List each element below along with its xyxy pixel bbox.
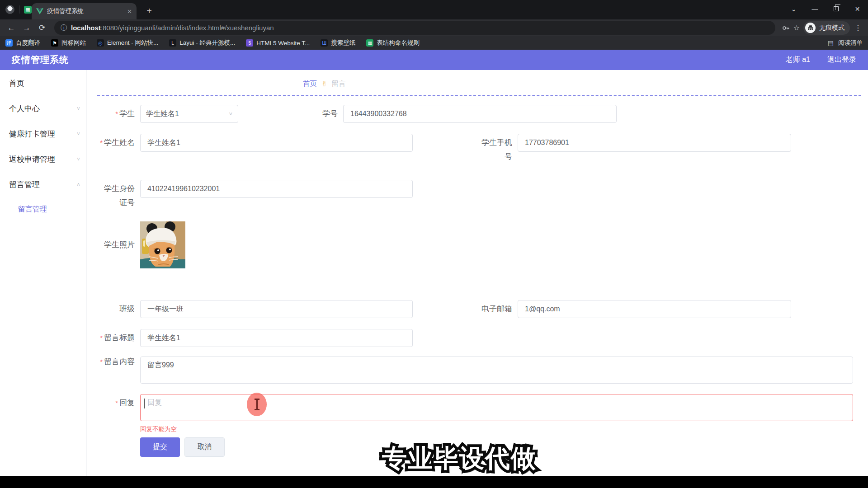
email-input[interactable] <box>518 300 791 318</box>
message-title-input[interactable] <box>140 329 413 347</box>
student-name-input[interactable] <box>140 134 413 152</box>
letterbox-bar <box>0 476 868 488</box>
field-label-student-no: 学号 <box>322 109 338 118</box>
student-idcard-input[interactable] <box>140 180 413 198</box>
pinned-extension-icon[interactable]: ▦ <box>24 6 32 14</box>
browser-tab[interactable]: 疫情管理系统 ✕ <box>32 3 137 19</box>
submit-button[interactable]: 提交 <box>140 437 180 457</box>
browser-window: ▦ 疫情管理系统 ✕ + ⌄ — ✕ ← → ⟳ ⓘ localhost:808… <box>0 0 868 488</box>
message-content-textarea[interactable]: 留言999 <box>140 357 853 384</box>
bookmark-favicon: L <box>169 39 176 47</box>
incognito-badge: 无痕模式 <box>803 21 850 35</box>
breadcrumb-separator-hand-icon: ✌ <box>321 80 327 88</box>
breadcrumb-current: 留言 <box>332 79 346 89</box>
sidebar-item-health-checkin[interactable]: 健康打卡管理 ˅ <box>0 122 86 147</box>
field-label-message-content: 留言内容 <box>104 357 135 366</box>
mouse-cursor-indicator <box>247 393 267 416</box>
bookmark-item[interactable]: ▦ 表结构命名规则 <box>366 39 420 47</box>
browser-menu-icon[interactable]: ⋮ <box>854 23 863 32</box>
field-label-class: 班级 <box>119 305 135 313</box>
field-label-email: 电子邮箱 <box>481 305 512 313</box>
forward-button[interactable]: → <box>21 23 33 33</box>
back-button[interactable]: ← <box>5 23 17 33</box>
student-phone-input[interactable] <box>518 134 791 152</box>
reading-list-icon[interactable]: ▤ <box>828 39 834 47</box>
incognito-label: 无痕模式 <box>819 24 844 32</box>
close-window-button[interactable]: ✕ <box>847 5 868 13</box>
tab-title: 疫情管理系统 <box>47 7 123 15</box>
incognito-icon <box>805 23 816 33</box>
divider <box>823 39 823 47</box>
bookmark-item[interactable]: ◎ Element - 网站快... <box>97 39 158 47</box>
restore-button[interactable] <box>826 5 847 13</box>
student-select[interactable]: 学生姓名1 ˅ <box>140 105 238 123</box>
address-bar[interactable]: ⓘ localhost:8080/yiqingguanli/admin/dist… <box>54 21 775 35</box>
bookmark-favicon: Ш <box>321 39 328 47</box>
vue-logo-icon <box>36 8 43 14</box>
bookmark-star-icon[interactable]: ☆ <box>793 23 800 32</box>
class-input[interactable] <box>140 300 413 318</box>
bookmark-item[interactable]: 5 HTML5 Website T... <box>246 39 310 47</box>
bookmark-item[interactable]: Ш 搜索壁纸 <box>321 39 355 47</box>
text-caret <box>144 399 145 408</box>
chevron-down-icon: ˅ <box>77 147 80 172</box>
bookmark-item[interactable]: 译 百度翻译 <box>5 39 40 47</box>
reply-error-message: 回复不能为空 <box>140 425 868 433</box>
field-label-reply: 回复 <box>119 399 135 407</box>
bookmark-favicon: ⚑ <box>51 39 58 47</box>
field-label-student-phone: 学生手机 <box>481 138 512 147</box>
minimize-button[interactable]: — <box>804 5 826 13</box>
chevron-down-icon: ˅ <box>229 111 232 117</box>
field-label-student-idcard: 学生身份 <box>104 184 135 193</box>
sidebar-item-message-management[interactable]: 留言管理 ˄ <box>0 172 86 197</box>
sidebar-item-personal-center[interactable]: 个人中心 ˅ <box>0 96 86 122</box>
bookmark-item[interactable]: L Layui - 经典开源模... <box>169 39 235 47</box>
field-label-student-name: 学生姓名 <box>104 138 135 147</box>
browser-profile-icon[interactable] <box>5 5 14 14</box>
bookmarks-bar: 译 百度翻译 ⚑ 图标网站 ◎ Element - 网站快... L Layui… <box>0 36 868 50</box>
chevron-up-icon: ˄ <box>77 172 80 197</box>
app-header: 疫情管理系统 老师 a1 退出登录 <box>0 50 868 70</box>
dashed-divider <box>97 95 861 96</box>
logout-link[interactable]: 退出登录 <box>827 55 856 65</box>
message-form: *学生 学生姓名1 ˅ 学号 *学生姓名 <box>97 105 868 457</box>
student-photo[interactable] <box>140 221 185 268</box>
bookmark-favicon: ▦ <box>366 39 373 47</box>
reading-list-label[interactable]: 阅读清单 <box>838 39 863 47</box>
chevron-down-icon: ˅ <box>77 122 80 147</box>
new-tab-button[interactable]: + <box>143 5 156 17</box>
sidebar: 首页 个人中心 ˅ 健康打卡管理 ˅ 返校申请管理 ˅ 留言管理 ˄ 留言管理 <box>0 70 87 476</box>
sidebar-item-return-application[interactable]: 返校申请管理 ˅ <box>0 147 86 172</box>
sidebar-item-home[interactable]: 首页 <box>0 71 86 96</box>
site-info-icon[interactable]: ⓘ <box>61 24 67 32</box>
app-title: 疫情管理系统 <box>12 54 69 66</box>
field-label-student-photo: 学生照片 <box>104 240 135 249</box>
browser-toolbar: ← → ⟳ ⓘ localhost:8080/yiqingguanli/admi… <box>0 19 868 36</box>
promo-watermark-text: 专业毕设代做 <box>382 442 537 475</box>
student-no-input[interactable] <box>343 105 617 123</box>
url-text: localhost:8080/yiqingguanli/admin/dist/i… <box>71 24 274 32</box>
field-label-student: 学生 <box>119 109 135 118</box>
tab-strip: ▦ 疫情管理系统 ✕ + ⌄ — ✕ <box>0 0 868 19</box>
breadcrumb: 首页 ✌ 留言 <box>97 79 868 89</box>
bookmark-favicon: ◎ <box>97 39 104 47</box>
breadcrumb-home-link[interactable]: 首页 <box>303 79 317 89</box>
chevron-down-icon: ˅ <box>77 96 80 122</box>
reload-button[interactable]: ⟳ <box>36 23 48 33</box>
tab-close-icon[interactable]: ✕ <box>127 8 132 15</box>
tab-search-icon[interactable]: ⌄ <box>783 5 804 13</box>
current-user: 老师 a1 <box>786 55 810 65</box>
password-key-icon[interactable] <box>782 24 790 32</box>
bookmark-item[interactable]: ⚑ 图标网站 <box>51 39 86 47</box>
divider <box>19 5 19 14</box>
main-content: 首页 ✌ 留言 *学生 学生姓名1 ˅ 学号 <box>87 70 868 476</box>
field-label-message-title: 留言标题 <box>104 333 135 342</box>
bookmark-favicon: 译 <box>5 39 13 47</box>
sidebar-subitem-message-management-active[interactable]: 留言管理 <box>0 197 86 221</box>
cancel-button[interactable]: 取消 <box>184 437 225 457</box>
bookmark-favicon: 5 <box>246 39 253 47</box>
